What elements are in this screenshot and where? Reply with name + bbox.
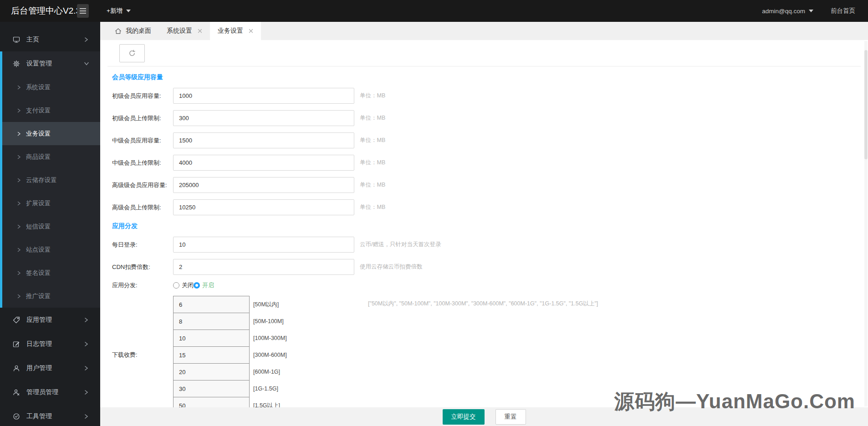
sidebar-item-home[interactable]: 主页: [0, 27, 100, 51]
admin-user-icon: [13, 389, 20, 396]
sidebar-subitem-label: 签名设置: [26, 269, 51, 277]
chevron-right-icon: [84, 317, 88, 323]
radio-on-icon[interactable]: [194, 282, 200, 289]
reset-button[interactable]: 重置: [495, 409, 526, 425]
junior-capacity-input[interactable]: [173, 88, 354, 104]
sidebar-item-logs[interactable]: 日志管理: [0, 332, 100, 356]
field-hint: 单位：MB: [360, 159, 385, 167]
fee-tier-range: [600M-1G]: [253, 369, 280, 375]
senior-upload-limit-input[interactable]: [173, 199, 354, 215]
field-hint: 单位：MB: [360, 114, 385, 122]
middle-upload-limit-input[interactable]: [173, 155, 354, 171]
sidebar-item-payment-settings[interactable]: 支付设置: [0, 99, 100, 122]
radio-off-icon[interactable]: [173, 282, 179, 289]
chevron-right-icon: [17, 248, 21, 252]
middle-capacity-input[interactable]: [173, 132, 354, 148]
form-row: 中级会员上传限制: 单位：MB: [112, 155, 868, 171]
sidebar-item-admins[interactable]: 管理员管理: [0, 380, 100, 404]
tab-label: 业务设置: [218, 27, 243, 35]
field-hint: 单位：MB: [360, 181, 385, 189]
chevron-right-icon: [84, 390, 88, 395]
fee-tier-input[interactable]: [173, 363, 250, 380]
radio-label[interactable]: 关闭: [182, 281, 194, 289]
home-icon: [115, 28, 122, 35]
fee-tier-input[interactable]: [173, 346, 250, 364]
hamburger-icon: [79, 8, 87, 14]
sidebar-subitem-label: 云储存设置: [26, 176, 57, 184]
fee-tier-range: [1G-1.5G]: [253, 385, 278, 392]
tab-label: 系统设置: [167, 27, 192, 35]
scrollbar-thumb[interactable]: [864, 50, 868, 159]
sidebar-item-users[interactable]: 用户管理: [0, 356, 100, 380]
sidebar-subitem-label: 业务设置: [26, 130, 51, 138]
senior-capacity-input[interactable]: [173, 177, 354, 193]
scrollbar-track[interactable]: [864, 41, 868, 406]
sidebar-item-apps[interactable]: 应用管理: [0, 308, 100, 332]
toolbar: [100, 40, 868, 66]
fee-tier-input[interactable]: [173, 313, 250, 330]
field-label: 高级级会员应用容量:: [112, 181, 173, 189]
form-row: 初级会员上传限制: 单位：MB: [112, 110, 868, 126]
field-label: CDN扣费倍数:: [112, 263, 173, 271]
section-title-capacity: 会员等级应用容量: [112, 73, 868, 81]
sidebar-item-promotion-settings[interactable]: 推广设置: [0, 284, 100, 308]
sidebar-item-sms-settings[interactable]: 短信设置: [0, 215, 100, 238]
tag-icon: [13, 316, 20, 324]
junior-upload-limit-input[interactable]: [173, 110, 354, 126]
field-label: 中级会员上传限制:: [112, 159, 173, 167]
tab-business-settings[interactable]: 业务设置: [210, 22, 261, 40]
sidebar-item-label: 设置管理: [26, 60, 52, 68]
chevron-right-icon: [84, 37, 88, 42]
fee-tier-input[interactable]: [173, 296, 250, 313]
section-title-distribution: 应用分发: [112, 222, 868, 230]
submit-button[interactable]: 立即提交: [443, 409, 485, 425]
radio-option-off[interactable]: 关闭: [173, 281, 194, 289]
field-hint: 单位：MB: [360, 203, 385, 211]
fee-tier-input[interactable]: [173, 380, 250, 397]
fee-ranges-hint: ["50M以内", "50M-100M", "100M-300M", "300M…: [368, 300, 598, 308]
sidebar-item-settings[interactable]: 设置管理: [0, 51, 100, 76]
radio-label[interactable]: 开启: [202, 281, 214, 289]
frontend-home-link[interactable]: 前台首页: [831, 7, 855, 15]
sidebar-item-cloudstorage-settings[interactable]: 云储存设置: [0, 168, 100, 192]
sidebar-item-system-settings[interactable]: 系统设置: [0, 76, 100, 99]
menu-toggle-button[interactable]: [77, 4, 89, 18]
fee-tier-input[interactable]: [173, 397, 250, 407]
sidebar-item-extension-settings[interactable]: 扩展设置: [0, 192, 100, 215]
tab-my-desktop[interactable]: 我的桌面: [107, 22, 159, 40]
content-panel: 会员等级应用容量 初级会员应用容量: 单位：MB 初级会员上传限制: 单位：MB…: [100, 40, 868, 407]
form-row: CDN扣费倍数: 使用云存储云币扣费倍数: [112, 259, 868, 275]
close-icon[interactable]: [198, 29, 202, 33]
badge-check-icon: [13, 413, 20, 420]
chevron-right-icon: [17, 178, 21, 183]
chevron-right-icon: [84, 414, 88, 419]
sidebar-item-site-settings[interactable]: 站点设置: [0, 238, 100, 261]
sidebar-group-settings: 设置管理 系统设置 支付设置 业务设置 商品设置 云储存设置 扩展设置: [0, 51, 100, 308]
sidebar-item-business-settings[interactable]: 业务设置: [0, 122, 100, 145]
fee-tier-input[interactable]: [173, 330, 250, 347]
tab-system-settings[interactable]: 系统设置: [159, 22, 210, 40]
chevron-right-icon: [17, 85, 21, 90]
chevron-right-icon: [84, 365, 88, 371]
daily-login-input[interactable]: [173, 237, 354, 253]
new-item-button[interactable]: +新增: [107, 7, 131, 15]
sidebar-item-product-settings[interactable]: 商品设置: [0, 145, 100, 168]
sidebar-item-tools[interactable]: 工具管理: [0, 404, 100, 426]
chevron-right-icon: [17, 224, 21, 229]
chevron-right-icon: [84, 341, 88, 347]
sidebar-item-signature-settings[interactable]: 签名设置: [0, 261, 100, 284]
tab-bar: 我的桌面 系统设置 业务设置: [100, 22, 868, 40]
download-fee-table: [50M以内] [50M-100M] [100M-300M] [300M-600…: [173, 296, 287, 407]
user-menu[interactable]: admin@qq.com: [762, 8, 813, 15]
refresh-button[interactable]: [119, 44, 145, 62]
active-group-indicator: [0, 51, 2, 308]
sidebar-item-label: 主页: [26, 36, 39, 44]
field-label: 下载收费:: [112, 351, 173, 359]
radio-option-on[interactable]: 开启: [194, 281, 214, 289]
close-icon[interactable]: [249, 29, 253, 33]
main-area: 我的桌面 系统设置 业务设置 会员等级应用容量: [100, 22, 868, 426]
cdn-fee-multiplier-input[interactable]: [173, 259, 354, 275]
monitor-icon: [13, 36, 20, 43]
form-row: 高级级会员应用容量: 单位：MB: [112, 177, 868, 193]
fee-tier-range: [300M-600M]: [253, 352, 287, 358]
